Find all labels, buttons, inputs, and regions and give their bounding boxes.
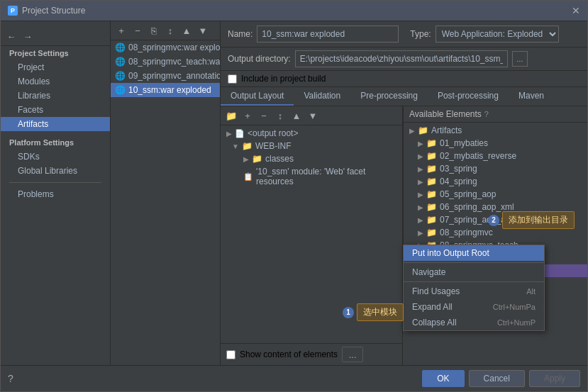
type-label: Type: xyxy=(410,29,431,39)
name-input[interactable] xyxy=(257,26,399,43)
include-build-row: Include in project build xyxy=(221,71,587,87)
tab-maven[interactable]: Maven xyxy=(509,87,554,106)
settings-tabs: Output Layout Validation Pre-processing … xyxy=(221,87,587,106)
expand-icon: ▶ xyxy=(418,178,423,186)
ok-button[interactable]: OK xyxy=(422,370,464,387)
dialog-icon: P xyxy=(8,6,18,16)
type-select[interactable]: Web Application: Exploded xyxy=(436,26,559,43)
tree-add-btn[interactable]: + xyxy=(240,108,255,123)
close-button[interactable]: ✕ xyxy=(572,5,580,16)
artifact-icon-2: 🌐 xyxy=(115,57,126,67)
apply-button[interactable]: Apply xyxy=(529,370,580,387)
context-menu-item-collapse-all[interactable]: Collapse All Ctrl+NumP xyxy=(404,315,544,330)
tree-label: <output root> xyxy=(248,128,298,138)
expand-icon: ▶ xyxy=(418,216,423,224)
expand-icon: ▶ xyxy=(418,191,423,198)
sidebar-item-facets[interactable]: Facets xyxy=(1,103,110,117)
project-settings-label: Project Settings xyxy=(1,46,110,60)
artifact-item-3[interactable]: 🌐 09_springmvc_annotation:Web explo... xyxy=(111,69,220,83)
sidebar-item-sdks[interactable]: SDKs xyxy=(1,150,110,164)
badge-2: 2 xyxy=(488,215,499,226)
tree-remove-btn[interactable]: − xyxy=(256,108,272,123)
folder-icon: 📁 xyxy=(426,215,437,225)
platform-settings-label: Platform Settings xyxy=(1,135,110,150)
sidebar-item-libraries[interactable]: Libraries xyxy=(1,89,110,103)
artifact-icon-3: 🌐 xyxy=(115,71,126,81)
sidebar-item-artifacts[interactable]: Artifacts xyxy=(1,117,110,131)
sidebar-item-label: Modules xyxy=(18,77,50,86)
sidebar-item-problems[interactable]: Problems xyxy=(1,187,110,201)
tab-postprocessing[interactable]: Post-processing xyxy=(428,87,509,106)
sidebar-item-global-libraries[interactable]: Global Libraries xyxy=(1,164,110,178)
artifact-label-4: 10_ssm:war exploded xyxy=(128,85,211,95)
sidebar-item-label: Problems xyxy=(18,189,54,199)
avail-item-04[interactable]: ▶ 📁 04_spring xyxy=(404,175,587,188)
show-content-row: Show content of elements ... xyxy=(221,343,402,365)
help-icon[interactable]: ? xyxy=(484,110,489,118)
show-content-checkbox[interactable] xyxy=(226,350,235,359)
context-menu-item-put-root[interactable]: Put into Output Root xyxy=(404,245,544,261)
sidebar-item-label: Project xyxy=(18,62,44,72)
tree-item-module-resources[interactable]: 📋 '10_ssm' module: 'Web' facet resources xyxy=(221,165,402,188)
avail-item-artifacts[interactable]: ▶ 📁 Artifacts xyxy=(404,124,587,137)
back-button[interactable]: ← xyxy=(4,28,19,44)
artifact-label-2: 08_springmvc_teach:war exploded xyxy=(128,57,220,67)
browse-button[interactable]: ... xyxy=(512,51,528,67)
folder-icon: 📁 xyxy=(426,202,437,212)
avail-item-03[interactable]: ▶ 📁 03_spring xyxy=(404,162,587,175)
artifact-item-2[interactable]: 🌐 08_springmvc_teach:war exploded xyxy=(111,55,220,69)
tree-sort-btn[interactable]: ↕ xyxy=(272,108,288,123)
sidebar-item-label: Global Libraries xyxy=(18,166,77,176)
sidebar-item-modules[interactable]: Modules xyxy=(1,74,110,89)
tree-folder-btn[interactable]: 📁 xyxy=(223,108,239,123)
sidebar-item-project[interactable]: Project xyxy=(1,60,110,74)
folder-icon: 📁 xyxy=(252,154,262,164)
expand-icon: ▶ xyxy=(243,155,249,163)
cancel-button[interactable]: Cancel xyxy=(469,370,525,387)
tree-label: classes xyxy=(265,154,294,164)
tooltip-2-text: 添加到输出目录 xyxy=(502,211,575,229)
avail-item-01[interactable]: ▶ 📁 01_mybaties xyxy=(404,137,587,150)
avail-label: 05_spring_aop xyxy=(440,189,496,199)
tree-label: '10_ssm' module: 'Web' facet resources xyxy=(256,167,396,186)
up-artifact-button[interactable]: ▲ xyxy=(179,23,194,38)
add-artifact-button[interactable]: + xyxy=(113,23,129,38)
context-menu: Put into Output Root Navigate Find Usage… xyxy=(403,245,545,331)
tab-preprocessing[interactable]: Pre-processing xyxy=(350,87,428,106)
copy-artifact-button[interactable]: ⎘ xyxy=(146,23,162,38)
show-content-button[interactable]: ... xyxy=(342,347,363,362)
tree-toolbar: 📁 + − ↕ ▲ ▼ xyxy=(221,106,402,125)
name-row: Name: xyxy=(228,26,399,43)
bottom-help-icon[interactable]: ? xyxy=(8,373,13,384)
avail-item-05[interactable]: ▶ 📁 05_spring_aop xyxy=(404,188,587,201)
tree-up-btn[interactable]: ▲ xyxy=(289,108,304,123)
context-menu-item-navigate[interactable]: Navigate xyxy=(404,264,544,280)
include-build-checkbox[interactable] xyxy=(228,74,237,84)
tree-item-classes[interactable]: ▶ 📁 classes xyxy=(221,152,402,165)
remove-artifact-button[interactable]: − xyxy=(130,23,145,38)
shortcut: Ctrl+NumPa xyxy=(493,303,536,311)
down-artifact-button[interactable]: ▼ xyxy=(195,23,211,38)
name-label: Name: xyxy=(228,29,253,39)
context-menu-item-find-usages[interactable]: Find Usages Alt xyxy=(404,284,544,299)
artifact-item-1[interactable]: 🌐 08_springmvc:war exploded xyxy=(111,40,220,55)
sort-artifact-button[interactable]: ↕ xyxy=(162,23,178,38)
type-row: Type: Web Application: Exploded xyxy=(410,26,558,43)
show-content-label: Show content of elements xyxy=(240,349,338,359)
tab-validation[interactable]: Validation xyxy=(294,87,350,106)
tab-output-layout[interactable]: Output Layout xyxy=(221,87,294,106)
tree-item-webinf[interactable]: ▼ 📁 WEB-INF xyxy=(221,140,402,152)
tree-item-output-root[interactable]: ▶ 📄 <output root> xyxy=(221,127,402,140)
tree-down-btn[interactable]: ▼ xyxy=(305,108,321,123)
output-dir-input[interactable] xyxy=(295,50,508,67)
context-menu-label: Expand All xyxy=(412,302,453,312)
module-icon: 📋 xyxy=(243,172,253,181)
output-tree-panel: 📁 + − ↕ ▲ ▼ ▶ 📄 <output root> xyxy=(221,106,403,365)
context-menu-item-expand-all[interactable]: Expand All Ctrl+NumPa xyxy=(404,299,544,315)
forward-button[interactable]: → xyxy=(20,28,35,44)
artifact-item-4[interactable]: 🌐 10_ssm:war exploded xyxy=(111,83,220,97)
avail-item-02[interactable]: ▶ 📁 02_mybatis_reverse xyxy=(404,150,587,162)
folder-icon: 📁 xyxy=(426,189,437,199)
context-menu-label: Collapse All xyxy=(412,318,457,327)
left-nav-panel: ← → Project Settings Project Modules Lib… xyxy=(1,21,111,365)
